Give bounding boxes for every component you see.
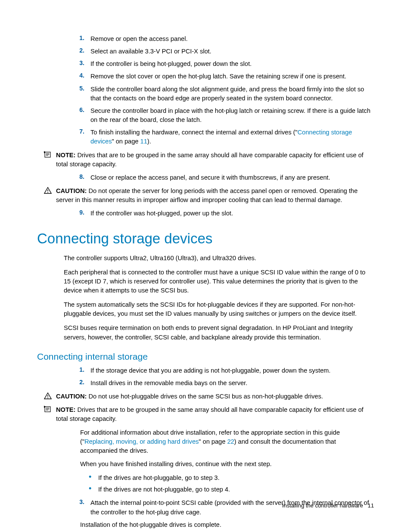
- caution-label: CAUTION:: [56, 187, 87, 194]
- step-text: Slide the controller board along the slo…: [90, 85, 374, 103]
- step-number: 3.: [67, 498, 90, 516]
- note-block: NOTE: Drives that are to be grouped in t…: [44, 405, 374, 423]
- page-footer: Installing the controller hardware 11: [282, 502, 374, 509]
- install-steps-list: 1. Remove or open the access panel. 2. S…: [37, 34, 374, 146]
- caution-body: CAUTION: Do not use hot-pluggable drives…: [53, 392, 374, 401]
- list-item: 5. Slide the controller board along the …: [67, 85, 374, 103]
- footer-text: Installing the controller hardware: [282, 502, 363, 509]
- bullet-text: If the drives are hot-pluggable, go to s…: [98, 474, 220, 481]
- note-icon: [44, 151, 53, 158]
- caution-text: Do not use hot-pluggable drives on the s…: [87, 393, 323, 400]
- page-reference-link[interactable]: 22: [227, 438, 234, 445]
- body-paragraph: Each peripheral that is connected to the…: [37, 268, 374, 295]
- note-label: NOTE:: [56, 406, 75, 413]
- caution-icon: [44, 392, 53, 399]
- note-body: NOTE: Drives that are to be grouped in t…: [53, 405, 374, 423]
- step-number: 1.: [67, 34, 90, 44]
- step-text: If the controller was hot-plugged, power…: [90, 209, 374, 218]
- step-text: Close or replace the access panel, and s…: [90, 173, 374, 182]
- step-number: 5.: [67, 85, 90, 103]
- step-number: 1.: [67, 366, 90, 375]
- heading-connecting-internal-storage: Connecting internal storage: [37, 352, 374, 362]
- step-text: Secure the controller board in place wit…: [90, 106, 374, 124]
- step-text: Install drives in the removable media ba…: [90, 379, 374, 388]
- text-segment: To finish installing the hardware, conne…: [90, 129, 298, 136]
- sub-paragraph: Installation of the hot-pluggable drives…: [37, 520, 374, 529]
- body-paragraph: The system automatically sets the SCSI I…: [37, 300, 374, 318]
- list-item: 2. Select an available 3.3-V PCI or PCI-…: [67, 47, 374, 56]
- note-body: NOTE: Drives that are to be grouped in t…: [53, 151, 374, 169]
- note-text: Drives that are to be grouped in the sam…: [56, 152, 364, 168]
- body-paragraph: SCSI buses require termination on both e…: [37, 324, 374, 342]
- internal-storage-steps-list: 1. If the storage device that you are ad…: [37, 366, 374, 388]
- note-label: NOTE:: [56, 152, 75, 159]
- step-text: If the controller is being hot-plugged, …: [90, 59, 374, 68]
- sub-paragraph: When you have finished installing drives…: [37, 460, 374, 469]
- install-steps-list-continued: 8. Close or replace the access panel, an…: [37, 173, 374, 182]
- install-steps-list-continued-2: 9. If the controller was hot-plugged, po…: [37, 209, 374, 218]
- page-reference-link[interactable]: 11: [140, 138, 147, 145]
- list-item: 8. Close or replace the access panel, an…: [67, 173, 374, 182]
- cross-reference-link[interactable]: Replacing, moving, or adding hard drives: [84, 438, 199, 445]
- step-number: 6.: [67, 106, 90, 124]
- step-number: 9.: [67, 209, 90, 218]
- caution-block: CAUTION: Do not operate the server for l…: [44, 187, 374, 205]
- list-item: 1. If the storage device that you are ad…: [67, 366, 374, 375]
- step-text: If the storage device that you are addin…: [90, 366, 374, 375]
- caution-text: Do not operate the server for long perio…: [56, 187, 358, 203]
- list-item: 9. If the controller was hot-plugged, po…: [67, 209, 374, 218]
- step-text: Remove or open the access panel.: [90, 34, 374, 44]
- list-item: 6. Secure the controller board in place …: [67, 106, 374, 124]
- text-segment: " on page: [112, 138, 140, 145]
- caution-block: CAUTION: Do not use hot-pluggable drives…: [44, 392, 374, 401]
- svg-point-6: [47, 192, 48, 193]
- text-segment: ).: [147, 138, 151, 145]
- caution-icon: [44, 187, 53, 194]
- bullet-text: If the drives are not hot-pluggable, go …: [98, 486, 230, 493]
- note-icon: [44, 405, 53, 413]
- bullet-list: If the drives are hot-pluggable, go to s…: [37, 473, 374, 494]
- bullet-item: If the drives are not hot-pluggable, go …: [89, 485, 374, 495]
- note-block: NOTE: Drives that are to be grouped in t…: [44, 151, 374, 169]
- caution-body: CAUTION: Do not operate the server for l…: [53, 187, 374, 205]
- step-text: To finish installing the hardware, conne…: [90, 128, 374, 146]
- page-number: 11: [368, 502, 374, 509]
- list-item: 2. Install drives in the removable media…: [67, 379, 374, 388]
- step-text: Select an available 3.3-V PCI or PCI-X s…: [90, 47, 374, 56]
- svg-point-9: [47, 398, 48, 398]
- sub-paragraph: For additional information about drive i…: [37, 428, 374, 455]
- heading-connecting-storage-devices: Connecting storage devices: [37, 230, 374, 247]
- text-segment: " on page: [199, 438, 227, 445]
- step-number: 4.: [67, 72, 90, 81]
- bullet-item: If the drives are hot-pluggable, go to s…: [89, 473, 374, 483]
- step-text: Remove the slot cover or open the hot-pl…: [90, 72, 374, 81]
- step-number: 2.: [67, 379, 90, 388]
- note-text: Drives that are to be grouped in the sam…: [56, 406, 364, 422]
- step-number: 3.: [67, 59, 90, 68]
- list-item: 1. Remove or open the access panel.: [67, 34, 374, 44]
- list-item: 4. Remove the slot cover or open the hot…: [67, 72, 374, 81]
- document-page: 1. Remove or open the access panel. 2. S…: [0, 0, 411, 532]
- list-item: 3. If the controller is being hot-plugge…: [67, 59, 374, 68]
- step-number: 8.: [67, 173, 90, 182]
- body-paragraph: The controller supports Ultra2, Ultra160…: [37, 254, 374, 263]
- step-number: 2.: [67, 47, 90, 56]
- caution-label: CAUTION:: [56, 393, 87, 400]
- step-number: 7.: [67, 128, 90, 146]
- list-item: 7. To finish installing the hardware, co…: [67, 128, 374, 146]
